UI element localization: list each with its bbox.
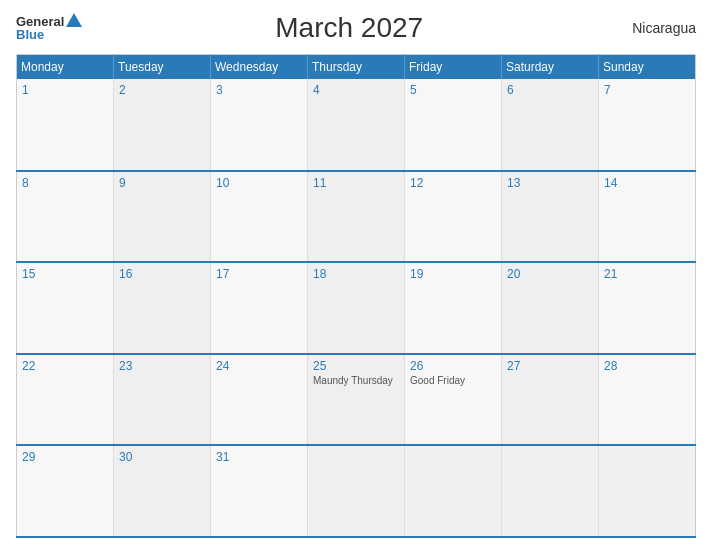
calendar-week-row: 1234567 xyxy=(17,79,696,171)
calendar-title: March 2027 xyxy=(82,12,616,44)
calendar-cell xyxy=(502,445,599,537)
day-number: 19 xyxy=(410,267,496,281)
day-number: 30 xyxy=(119,450,205,464)
calendar-cell: 22 xyxy=(17,354,114,446)
day-number: 8 xyxy=(22,176,108,190)
day-number: 25 xyxy=(313,359,399,373)
calendar-cell: 27 xyxy=(502,354,599,446)
calendar-cell: 20 xyxy=(502,262,599,354)
calendar-cell: 7 xyxy=(599,79,696,171)
calendar-cell: 8 xyxy=(17,171,114,263)
day-number: 12 xyxy=(410,176,496,190)
calendar-header-row: Monday Tuesday Wednesday Thursday Friday… xyxy=(17,55,696,80)
logo-blue: Blue xyxy=(16,28,44,41)
col-monday: Monday xyxy=(17,55,114,80)
day-number: 24 xyxy=(216,359,302,373)
day-number: 28 xyxy=(604,359,690,373)
day-number: 21 xyxy=(604,267,690,281)
day-number: 20 xyxy=(507,267,593,281)
calendar-cell: 9 xyxy=(114,171,211,263)
header: General Blue March 2027 Nicaragua xyxy=(16,12,696,44)
page: General Blue March 2027 Nicaragua Monday… xyxy=(0,0,712,550)
calendar-cell xyxy=(308,445,405,537)
day-number: 17 xyxy=(216,267,302,281)
calendar-cell: 30 xyxy=(114,445,211,537)
day-number: 10 xyxy=(216,176,302,190)
calendar-cell: 11 xyxy=(308,171,405,263)
calendar-cell: 4 xyxy=(308,79,405,171)
calendar-cell: 19 xyxy=(405,262,502,354)
day-number: 14 xyxy=(604,176,690,190)
calendar-cell: 18 xyxy=(308,262,405,354)
calendar-cell: 2 xyxy=(114,79,211,171)
calendar-cell: 15 xyxy=(17,262,114,354)
calendar-cell xyxy=(599,445,696,537)
day-number: 9 xyxy=(119,176,205,190)
calendar-cell: 31 xyxy=(211,445,308,537)
calendar-cell: 25Maundy Thursday xyxy=(308,354,405,446)
calendar-cell: 10 xyxy=(211,171,308,263)
col-tuesday: Tuesday xyxy=(114,55,211,80)
calendar-week-row: 15161718192021 xyxy=(17,262,696,354)
day-number: 2 xyxy=(119,83,205,97)
calendar-cell: 17 xyxy=(211,262,308,354)
day-number: 23 xyxy=(119,359,205,373)
calendar-week-row: 293031 xyxy=(17,445,696,537)
calendar-cell: 16 xyxy=(114,262,211,354)
day-event: Good Friday xyxy=(410,375,496,386)
col-sunday: Sunday xyxy=(599,55,696,80)
col-thursday: Thursday xyxy=(308,55,405,80)
day-number: 7 xyxy=(604,83,690,97)
calendar-cell xyxy=(405,445,502,537)
day-number: 13 xyxy=(507,176,593,190)
day-number: 11 xyxy=(313,176,399,190)
day-number: 6 xyxy=(507,83,593,97)
calendar-week-row: 22232425Maundy Thursday26Good Friday2728 xyxy=(17,354,696,446)
calendar-cell: 12 xyxy=(405,171,502,263)
calendar-cell: 26Good Friday xyxy=(405,354,502,446)
calendar-cell: 13 xyxy=(502,171,599,263)
calendar-cell: 29 xyxy=(17,445,114,537)
day-number: 3 xyxy=(216,83,302,97)
day-number: 18 xyxy=(313,267,399,281)
day-number: 5 xyxy=(410,83,496,97)
calendar-cell: 5 xyxy=(405,79,502,171)
col-wednesday: Wednesday xyxy=(211,55,308,80)
day-number: 4 xyxy=(313,83,399,97)
col-saturday: Saturday xyxy=(502,55,599,80)
day-number: 22 xyxy=(22,359,108,373)
day-number: 27 xyxy=(507,359,593,373)
calendar-cell: 21 xyxy=(599,262,696,354)
country-label: Nicaragua xyxy=(616,20,696,36)
calendar-week-row: 891011121314 xyxy=(17,171,696,263)
logo-triangle-icon xyxy=(66,13,82,27)
day-number: 15 xyxy=(22,267,108,281)
col-friday: Friday xyxy=(405,55,502,80)
calendar-cell: 6 xyxy=(502,79,599,171)
calendar-cell: 14 xyxy=(599,171,696,263)
day-number: 1 xyxy=(22,83,108,97)
day-event: Maundy Thursday xyxy=(313,375,399,386)
day-number: 26 xyxy=(410,359,496,373)
day-number: 31 xyxy=(216,450,302,464)
logo: General Blue xyxy=(16,15,82,41)
calendar-cell: 24 xyxy=(211,354,308,446)
calendar-cell: 1 xyxy=(17,79,114,171)
day-number: 16 xyxy=(119,267,205,281)
calendar-cell: 23 xyxy=(114,354,211,446)
calendar-cell: 28 xyxy=(599,354,696,446)
calendar-cell: 3 xyxy=(211,79,308,171)
calendar-table: Monday Tuesday Wednesday Thursday Friday… xyxy=(16,54,696,538)
day-number: 29 xyxy=(22,450,108,464)
